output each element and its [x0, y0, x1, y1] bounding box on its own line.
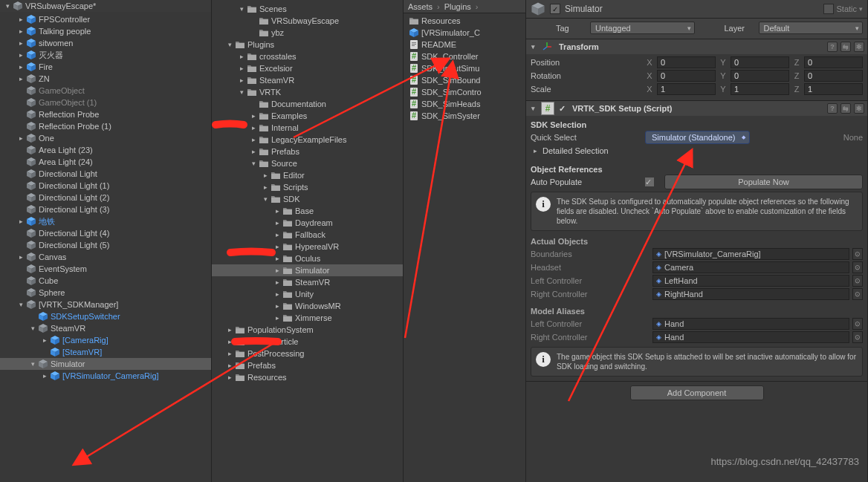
x-input[interactable]: 0	[657, 70, 716, 82]
foldout-icon[interactable]	[225, 371, 234, 383]
foldout-icon[interactable]	[237, 62, 246, 74]
hierarchy-item[interactable]: Directional Light (1)	[0, 180, 211, 192]
hierarchy-item[interactable]: GameObject (1)	[0, 97, 211, 108]
y-input[interactable]: 1	[731, 83, 789, 95]
foldout-icon[interactable]	[16, 25, 25, 37]
object-picker-icon[interactable]: ⊙	[852, 288, 863, 300]
help-icon[interactable]: ?	[827, 42, 838, 52]
object-picker-icon[interactable]: ⊙	[852, 275, 863, 287]
project-folder[interactable]: VRTK	[212, 86, 403, 98]
foldout-icon[interactable]	[237, 86, 246, 98]
foldout-icon[interactable]	[225, 348, 234, 359]
hierarchy-item[interactable]: Reflection Probe	[0, 108, 211, 120]
project-folder[interactable]: Source	[212, 157, 403, 169]
gear-icon[interactable]: ✻	[854, 42, 864, 52]
project-folder[interactable]: Portal Particle	[212, 336, 403, 348]
hierarchy-item[interactable]: ZN	[0, 73, 211, 85]
hierarchy-item[interactable]: Canvas	[0, 251, 211, 263]
object-field[interactable]: ◈RightHand	[652, 288, 849, 300]
foldout-icon[interactable]	[237, 74, 246, 86]
foldout-icon[interactable]	[16, 49, 25, 61]
project-folder[interactable]: Oculus	[212, 253, 403, 264]
asset-item[interactable]: SDK_SimHeads	[404, 98, 525, 110]
foldout-icon[interactable]	[16, 215, 25, 227]
foldout-icon[interactable]	[261, 169, 270, 181]
hierarchy-item[interactable]: Fire	[0, 61, 211, 73]
auto-populate-checkbox[interactable]: ✓	[645, 178, 654, 186]
project-folder[interactable]: Examples	[212, 110, 403, 122]
object-field[interactable]: ◈[VRSimulator_CameraRig]	[652, 248, 849, 260]
hierarchy-item[interactable]: SteamVR	[0, 322, 211, 334]
foldout-icon[interactable]	[237, 51, 246, 62]
foldout-icon[interactable]	[40, 370, 49, 382]
project-folder[interactable]: Internal	[212, 122, 403, 134]
foldout-icon[interactable]	[16, 61, 25, 73]
foldout-icon[interactable]	[16, 299, 25, 310]
hierarchy-item[interactable]: Simulator	[0, 358, 211, 370]
project-folder[interactable]: Excelsior	[212, 62, 403, 74]
asset-item[interactable]: SDK_Controller	[404, 51, 525, 62]
hierarchy-item[interactable]: Directional Light (5)	[0, 239, 211, 251]
asset-item[interactable]: SDK_SimBound	[404, 74, 525, 86]
hierarchy-item[interactable]: [VRTK_SDKManager]	[0, 299, 211, 310]
y-input[interactable]: 0	[731, 56, 789, 68]
assets-list[interactable]: Resources[VRSimulator_CREADMESDK_Control…	[404, 13, 525, 482]
hierarchy-item[interactable]: EventSystem	[0, 263, 211, 275]
sdk-setup-header[interactable]: ✓ VRTK_SDK Setup (Script) ? ⇆ ✻	[526, 101, 867, 116]
project-folder[interactable]: LegacyExampleFiles	[212, 134, 403, 146]
z-input[interactable]: 1	[804, 83, 863, 95]
y-input[interactable]: 0	[731, 70, 789, 82]
project-folder[interactable]: Simulator	[212, 264, 403, 276]
crumb-1[interactable]: Assets	[408, 2, 433, 11]
hierarchy-item[interactable]: [CameraRig]	[0, 334, 211, 346]
asset-item[interactable]: SDK_InputSimu	[404, 62, 525, 74]
foldout-icon[interactable]	[225, 39, 234, 51]
foldout-icon[interactable]	[531, 147, 540, 154]
project-folder[interactable]: WindowsMR	[212, 300, 403, 312]
foldout-icon[interactable]	[249, 122, 258, 134]
foldout-icon[interactable]	[225, 336, 234, 348]
z-input[interactable]: 0	[804, 70, 863, 82]
asset-item[interactable]: [VRSimulator_C	[404, 27, 525, 39]
foldout-icon[interactable]	[273, 217, 282, 229]
foldout-icon[interactable]	[273, 300, 282, 312]
gameobject-name[interactable]: Simulator	[565, 4, 819, 14]
foldout-icon[interactable]	[28, 358, 37, 370]
project-folder[interactable]: Scenes	[212, 3, 403, 15]
project-folder[interactable]: Resources	[212, 371, 403, 383]
foldout-icon[interactable]	[273, 229, 282, 241]
preset-icon[interactable]: ⇆	[841, 42, 851, 52]
project-tree[interactable]: ScenesVRSubwayEscapeybzPluginscrosstales…	[212, 0, 403, 482]
foldout-icon[interactable]	[273, 264, 282, 276]
project-folder[interactable]: Fallback	[212, 229, 403, 241]
project-folder[interactable]: Unity	[212, 288, 403, 300]
asset-item[interactable]: SDK_SimContro	[404, 86, 525, 98]
project-folder[interactable]: VRSubwayEscape	[212, 15, 403, 27]
hierarchy-item[interactable]: FPSController	[0, 13, 211, 25]
foldout-icon[interactable]	[225, 324, 234, 336]
project-folder[interactable]: Documentation	[212, 98, 403, 110]
x-input[interactable]: 1	[657, 83, 716, 95]
object-field[interactable]: ◈LeftHand	[652, 275, 849, 287]
object-field[interactable]: ◈Camera	[652, 261, 849, 273]
hierarchy-item[interactable]: Directional Light (3)	[0, 203, 211, 215]
hierarchy-item[interactable]: sitwomen	[0, 37, 211, 49]
foldout-icon[interactable]	[16, 251, 25, 263]
foldout-icon[interactable]	[16, 73, 25, 85]
object-picker-icon[interactable]: ⊙	[852, 318, 863, 330]
foldout-icon[interactable]	[273, 205, 282, 217]
hierarchy-tree[interactable]: FPSControllerTalking peoplesitwomen灭火器Fi…	[0, 12, 211, 482]
z-input[interactable]: 0	[804, 56, 863, 68]
project-folder[interactable]: Ximmerse	[212, 312, 403, 324]
detailed-selection-row[interactable]: Detailed Selection	[531, 144, 863, 157]
hierarchy-item[interactable]: Area Light (23)	[0, 144, 211, 156]
foldout-icon[interactable]	[237, 3, 246, 15]
foldout-icon[interactable]	[261, 193, 270, 205]
foldout-icon[interactable]	[40, 334, 49, 346]
transform-header[interactable]: Transform ? ⇆ ✻	[526, 39, 867, 54]
add-component-button[interactable]: Add Component	[630, 385, 764, 400]
hierarchy-item[interactable]: [VRSimulator_CameraRig]	[0, 370, 211, 382]
project-folder[interactable]: SteamVR	[212, 276, 403, 288]
foldout-icon[interactable]	[16, 132, 25, 144]
x-input[interactable]: 0	[657, 56, 716, 68]
